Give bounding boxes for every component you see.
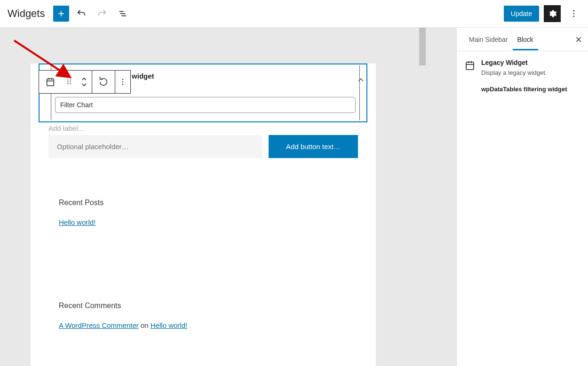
comment-on-text: on — [139, 321, 151, 329]
redo-icon — [97, 8, 107, 19]
plus-icon — [56, 9, 66, 18]
drag-icon — [65, 78, 73, 86]
settings-button[interactable] — [544, 5, 561, 22]
list-view-icon — [118, 8, 128, 19]
sidebar-widget-name: wpDataTables filtering widget — [481, 86, 567, 93]
sidebar-block-desc: Display a legacy widget. — [481, 69, 567, 76]
svg-point-17 — [70, 83, 71, 84]
search-block-placeholder[interactable]: Add label… Add button text… — [31, 124, 376, 158]
legacy-widget-icon — [464, 60, 476, 71]
page-title: Widgets — [8, 8, 45, 20]
calendar-icon — [45, 77, 56, 87]
comment-post-link[interactable]: Hello world! — [151, 321, 187, 329]
block-more-button[interactable] — [115, 71, 130, 93]
top-toolbar: Widgets Update — [0, 0, 588, 28]
svg-point-15 — [70, 81, 71, 82]
svg-point-16 — [67, 83, 68, 84]
svg-point-18 — [122, 79, 123, 80]
gear-icon — [548, 9, 557, 18]
block-type-button[interactable] — [39, 71, 62, 93]
scrollbar[interactable] — [419, 28, 426, 65]
more-vertical-icon — [569, 9, 579, 18]
tab-block[interactable]: Block — [513, 29, 538, 50]
settings-sidebar: Main Sidebar Block Legacy Widget Display… — [456, 28, 588, 366]
more-vertical-icon — [119, 78, 127, 86]
search-label-placeholder[interactable]: Add label… — [48, 124, 358, 132]
svg-point-19 — [122, 81, 123, 82]
undo-button[interactable] — [73, 5, 90, 22]
svg-rect-8 — [47, 79, 54, 86]
search-placeholder-input[interactable] — [48, 135, 262, 158]
recent-post-link[interactable]: Hello world! — [59, 218, 95, 226]
svg-point-5 — [573, 10, 575, 12]
recent-comments-heading: Recent Comments — [59, 302, 348, 310]
svg-point-13 — [70, 80, 71, 80]
transform-button[interactable] — [92, 71, 115, 93]
comment-author-link[interactable]: A WordPress Commenter — [59, 321, 139, 329]
redo-button[interactable] — [94, 5, 111, 22]
rotate-icon — [98, 77, 109, 87]
calendar-icon — [464, 60, 476, 71]
update-button[interactable]: Update — [504, 6, 539, 22]
undo-icon — [76, 8, 87, 19]
move-up-down-icon — [81, 77, 87, 87]
search-button-text-placeholder[interactable]: Add button text… — [269, 135, 358, 158]
more-menu-button[interactable] — [565, 5, 582, 22]
sidebar-block-title: Legacy Widget — [481, 59, 567, 66]
svg-point-14 — [67, 81, 68, 82]
close-sidebar-button[interactable] — [573, 34, 584, 45]
block-mover[interactable] — [77, 71, 92, 93]
close-icon — [575, 36, 582, 43]
svg-point-12 — [67, 80, 68, 80]
list-view-button[interactable] — [114, 5, 131, 22]
block-toolbar — [39, 70, 131, 94]
svg-point-20 — [122, 84, 123, 85]
recent-posts-heading: Recent Posts — [59, 199, 348, 207]
svg-point-7 — [573, 16, 575, 17]
editor-canvas[interactable]: wpDataTables filtering widget Title: Add… — [0, 28, 456, 366]
add-block-button[interactable] — [53, 6, 69, 22]
tab-main-sidebar[interactable]: Main Sidebar — [464, 29, 513, 50]
svg-point-6 — [573, 13, 575, 15]
drag-handle[interactable] — [62, 71, 77, 93]
title-input[interactable] — [55, 97, 356, 113]
svg-rect-23 — [466, 62, 474, 70]
